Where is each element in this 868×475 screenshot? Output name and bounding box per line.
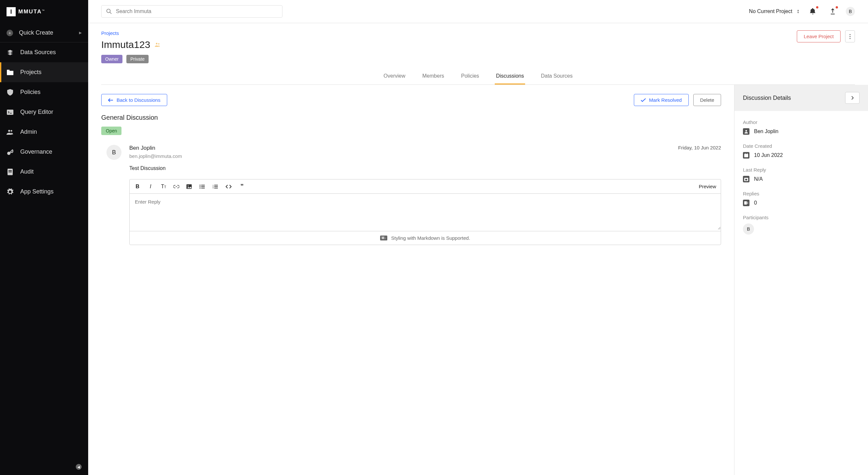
chevron-right-icon: [851, 96, 854, 100]
sidebar-item-projects[interactable]: Projects: [0, 62, 88, 82]
bullet-list-button[interactable]: [199, 185, 206, 189]
people-icon: [155, 42, 161, 47]
project-title: Immuta123: [101, 39, 150, 50]
sidebar-item-query-editor[interactable]: Query Editor: [0, 102, 88, 122]
participant-avatar[interactable]: B: [743, 224, 754, 235]
markdown-hint: Styling with Markdown is Supported.: [391, 235, 470, 241]
back-label: Back to Discussions: [117, 97, 160, 103]
arrow-left-icon: [108, 98, 113, 102]
event-icon: [743, 176, 749, 182]
sidebar-item-admin[interactable]: Admin: [0, 122, 88, 142]
more-actions-button[interactable]: [845, 30, 855, 42]
svg-rect-22: [201, 188, 205, 188]
user-avatar[interactable]: B: [846, 7, 855, 16]
person-icon: [743, 128, 749, 135]
notifications-button[interactable]: [806, 7, 820, 16]
chevron-right-icon: ▶: [79, 31, 82, 35]
tab-overview[interactable]: Overview: [382, 69, 407, 84]
back-to-discussions-button[interactable]: Back to Discussions: [101, 94, 167, 106]
sidebar-item-data-sources[interactable]: Data Sources: [0, 42, 88, 62]
post-content: Test Discussion: [129, 165, 721, 171]
key-icon: [6, 149, 14, 155]
private-badge: Private: [126, 55, 149, 63]
svg-rect-7: [8, 170, 12, 171]
post-date: Friday, 10 Jun 2022: [678, 145, 721, 151]
upload-button[interactable]: [826, 7, 839, 16]
nav-label: Projects: [20, 69, 41, 76]
quote-button[interactable]: ”: [239, 183, 245, 190]
reply-textarea[interactable]: [130, 194, 721, 230]
svg-rect-32: [747, 153, 747, 154]
calendar-icon: [743, 152, 749, 159]
tab-discussions[interactable]: Discussions: [495, 69, 525, 84]
post-email: ben.joplin@immuta.com: [129, 153, 721, 159]
document-icon: [6, 169, 14, 175]
svg-point-9: [107, 9, 111, 13]
code-icon: [226, 185, 231, 189]
svg-rect-2: [7, 110, 13, 115]
svg-point-11: [158, 43, 159, 45]
svg-point-3: [8, 130, 10, 132]
notification-dot: [836, 6, 838, 8]
check-icon: [641, 98, 646, 102]
breadcrumb-projects[interactable]: Projects: [101, 30, 161, 36]
page-header: Projects Immuta123 Owner Private Leave P…: [88, 23, 868, 85]
more-vertical-icon: [849, 34, 851, 39]
italic-button[interactable]: I: [147, 184, 154, 190]
image-button[interactable]: [186, 184, 193, 189]
people-icon: [6, 130, 14, 135]
svg-point-10: [156, 43, 157, 44]
collapse-sidebar-button[interactable]: ◀: [76, 464, 82, 470]
quick-create-label: Quick Create: [19, 29, 73, 36]
logo[interactable]: I MMUTA™: [0, 0, 88, 24]
markdown-icon: M↓: [380, 236, 387, 240]
plus-circle-icon: +: [6, 30, 13, 36]
link-icon: [174, 185, 179, 188]
search-icon: [106, 8, 112, 14]
project-selector[interactable]: No Current Project ▲▼: [749, 8, 799, 14]
discussion-title: General Discussion: [101, 114, 721, 122]
last-reply-value: N/A: [754, 176, 763, 182]
mark-resolved-button[interactable]: Mark Resolved: [634, 94, 689, 106]
badge-icon: [743, 200, 749, 206]
terminal-icon: [6, 110, 14, 115]
tab-data-sources[interactable]: Data Sources: [539, 69, 574, 84]
code-button[interactable]: [226, 185, 232, 189]
upload-icon: [830, 8, 835, 15]
nav-label: Query Editor: [20, 109, 53, 115]
sidebar-item-policies[interactable]: Policies: [0, 82, 88, 102]
replies-label: Replies: [743, 191, 860, 196]
search-input[interactable]: [116, 8, 278, 14]
sidebar-item-audit[interactable]: Audit: [0, 162, 88, 182]
post-author: Ben Joplin: [129, 145, 155, 151]
sidebar-item-governance[interactable]: Governance: [0, 142, 88, 162]
svg-rect-36: [747, 202, 748, 203]
tab-policies[interactable]: Policies: [460, 69, 480, 84]
nav-label: App Settings: [20, 188, 54, 195]
svg-rect-37: [747, 203, 748, 204]
svg-rect-8: [8, 172, 12, 172]
collapse-panel-button[interactable]: [845, 92, 860, 104]
quick-create-button[interactable]: + Quick Create ▶: [0, 24, 88, 42]
tab-members[interactable]: Members: [421, 69, 445, 84]
participants-label: Participants: [743, 215, 860, 220]
svg-point-14: [850, 38, 851, 39]
svg-point-16: [188, 185, 189, 186]
preview-button[interactable]: Preview: [699, 184, 716, 189]
search-box[interactable]: [101, 5, 282, 18]
number-list-button[interactable]: 123: [213, 185, 219, 189]
svg-rect-30: [744, 154, 748, 157]
svg-point-29: [746, 130, 747, 132]
delete-button[interactable]: Delete: [693, 94, 721, 106]
bold-button[interactable]: B: [134, 184, 141, 190]
svg-rect-28: [214, 188, 218, 188]
link-button[interactable]: [174, 185, 180, 188]
logo-text: MMUTA™: [18, 8, 44, 15]
sidebar-item-app-settings[interactable]: App Settings: [0, 182, 88, 202]
post-avatar: B: [106, 145, 122, 160]
text-size-button[interactable]: TT: [160, 184, 167, 190]
editor-toolbar: B I TT: [130, 179, 721, 194]
leave-project-button[interactable]: Leave Project: [797, 30, 841, 42]
last-reply-label: Last Reply: [743, 167, 860, 173]
nav-label: Policies: [20, 89, 40, 96]
